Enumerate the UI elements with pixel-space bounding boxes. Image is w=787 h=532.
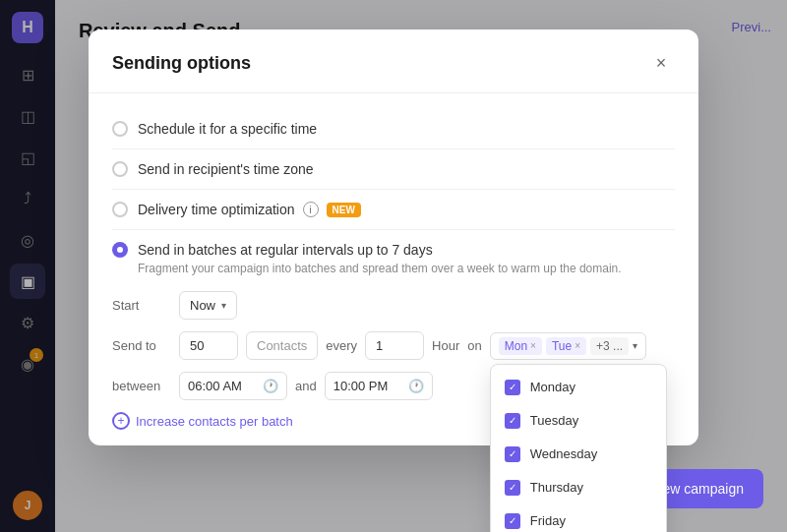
start-dropdown-arrow: ▾ xyxy=(221,300,226,311)
time-to-wrapper[interactable]: 🕐 xyxy=(325,372,433,400)
day-tags-container: Mon × Tue × +3 ... ▾ xyxy=(490,332,646,360)
every-label: every xyxy=(326,338,357,353)
time-from-wrapper[interactable]: 🕐 xyxy=(179,372,287,400)
increase-contacts-label: Increase contacts per batch xyxy=(136,414,293,429)
day-label-monday: Monday xyxy=(530,380,575,394)
day-option-wednesday[interactable]: Wednesday xyxy=(491,438,666,471)
start-row: Start Now ▾ xyxy=(112,291,675,320)
start-value: Now xyxy=(190,298,215,313)
more-days-tag[interactable]: +3 ... xyxy=(590,337,629,355)
day-option-tuesday[interactable]: Tuesday xyxy=(491,404,666,438)
send-to-label: Send to xyxy=(112,338,171,353)
day-label-wednesday: Wednesday xyxy=(530,446,597,461)
info-icon[interactable]: i xyxy=(303,202,319,217)
radio-label-batches: Send in batches at regular intervals up … xyxy=(138,242,433,258)
radio-label-recipient-timezone: Send in recipient's time zone xyxy=(138,161,314,177)
modal-header: Sending options × xyxy=(89,30,698,93)
time-from-input[interactable] xyxy=(188,379,259,393)
radio-label-delivery-optimization: Delivery time optimization i NEW xyxy=(138,202,361,217)
on-label: on xyxy=(467,338,481,353)
checkbox-monday[interactable] xyxy=(505,380,520,395)
clock-to-icon: 🕐 xyxy=(408,379,424,393)
send-to-row: Send to Contacts every Hour on Mon × Tu xyxy=(112,331,675,360)
modal-close-button[interactable]: × xyxy=(647,49,675,77)
and-label: and xyxy=(295,379,317,393)
between-label: between xyxy=(112,379,171,393)
start-label: Start xyxy=(112,298,171,313)
day-tag-tue[interactable]: Tue × xyxy=(546,337,586,355)
modal-overlay: Sending options × Schedule it for a spec… xyxy=(0,0,787,532)
checkbox-wednesday[interactable] xyxy=(505,446,520,462)
day-label-friday: Friday xyxy=(530,513,566,528)
day-tag-mon[interactable]: Mon × xyxy=(499,337,542,355)
plus-circle-icon: + xyxy=(112,412,130,430)
modal-title: Sending options xyxy=(112,53,251,74)
day-option-monday[interactable]: Monday xyxy=(491,371,666,404)
radio-input-specific-time[interactable] xyxy=(112,121,128,137)
day-label-thursday: Thursday xyxy=(530,480,583,495)
radio-option-delivery-optimization[interactable]: Delivery time optimization i NEW xyxy=(112,190,675,230)
hour-label: Hour xyxy=(432,338,459,353)
day-tags-selector[interactable]: Mon × Tue × +3 ... ▾ xyxy=(490,332,646,360)
day-label-tuesday: Tuesday xyxy=(530,413,578,428)
day-tag-tue-label: Tue xyxy=(552,339,572,353)
every-value-input[interactable] xyxy=(365,331,424,360)
time-to-input[interactable] xyxy=(333,379,404,393)
contacts-tag: Contacts xyxy=(246,331,318,360)
radio-label-specific-time: Schedule it for a specific time xyxy=(138,121,317,137)
radio-input-recipient-timezone[interactable] xyxy=(112,161,128,177)
day-option-friday[interactable]: Friday xyxy=(491,504,666,533)
sending-options-modal: Sending options × Schedule it for a spec… xyxy=(89,30,698,445)
checkbox-tuesday[interactable] xyxy=(505,413,520,429)
checkbox-friday[interactable] xyxy=(505,513,520,529)
day-tags-arrow: ▾ xyxy=(633,340,637,351)
new-badge: NEW xyxy=(327,203,361,217)
clock-from-icon: 🕐 xyxy=(263,379,278,393)
radio-option-batches[interactable]: Send in batches at regular intervals up … xyxy=(112,230,675,262)
day-tag-tue-close[interactable]: × xyxy=(575,340,580,351)
radio-option-specific-time[interactable]: Schedule it for a specific time xyxy=(112,109,675,149)
radio-option-recipient-timezone[interactable]: Send in recipient's time zone xyxy=(112,149,675,190)
contacts-count-input[interactable] xyxy=(179,331,238,360)
day-tag-mon-label: Mon xyxy=(505,339,527,353)
day-dropdown-menu: Monday Tuesday Wednesday Thursday xyxy=(490,364,667,533)
batch-description: Fragment your campaign into batches and … xyxy=(138,262,675,275)
day-option-thursday[interactable]: Thursday xyxy=(491,471,666,504)
checkbox-thursday[interactable] xyxy=(505,480,520,496)
radio-input-delivery-optimization[interactable] xyxy=(112,202,128,217)
day-tag-mon-close[interactable]: × xyxy=(530,340,536,351)
start-dropdown[interactable]: Now ▾ xyxy=(179,291,237,320)
modal-body: Schedule it for a specific time Send in … xyxy=(89,93,698,445)
radio-input-batches[interactable] xyxy=(112,242,128,258)
